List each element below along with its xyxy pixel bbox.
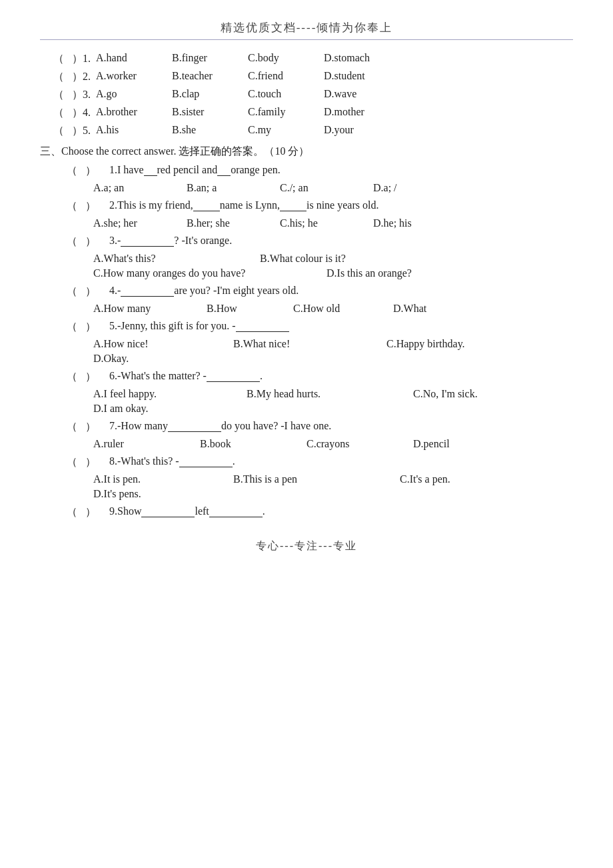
option-d: D.What	[393, 303, 466, 315]
q-options: A.worker B.teacher C.friend D.student	[96, 70, 573, 82]
blank	[168, 421, 221, 432]
paren: （	[67, 235, 85, 249]
footer-text: 专心---专注---专业	[256, 540, 357, 551]
blank	[217, 165, 231, 176]
question-7: （ ） 7.-How manydo you have? -I have one.…	[53, 420, 573, 450]
option-b: B.What colour is it?	[260, 253, 406, 265]
option-d: D.he; his	[373, 217, 446, 229]
option-a: A.How nice!	[93, 338, 213, 350]
q7-options: A.ruler B.book C.crayons D.pencil	[93, 438, 573, 450]
option-c: C.crayons	[306, 438, 393, 450]
opt-row-2: C.How many oranges do you have? D.Is thi…	[93, 267, 573, 279]
q6-row: （ ） 6.-What's the matter? -.	[67, 370, 573, 384]
blank	[121, 286, 174, 297]
paren: （	[67, 285, 85, 299]
option-a: A.his	[96, 124, 169, 136]
q-num: ）5.	[72, 124, 96, 138]
opt-row-1: A.I feel happy. B.My head hurts. C.No, I…	[93, 388, 573, 400]
q-num: ）	[85, 199, 109, 213]
option-b: B.finger	[172, 52, 245, 64]
q-num: ）4.	[72, 106, 96, 120]
opt-row-1: A.What's this? B.What colour is it?	[93, 253, 573, 265]
q-num: ）	[85, 235, 109, 249]
q-text: 8.-What's this? -.	[109, 455, 573, 467]
q-text: 4.-are you? -I'm eight years old.	[109, 285, 573, 297]
list-item: （ ）5. A.his B.she C.my D.your	[53, 124, 573, 138]
q-num: ）	[85, 455, 109, 469]
q4-options: A.How many B.How C.How old D.What	[93, 303, 573, 315]
question-4: （ ） 4.-are you? -I'm eight years old. A.…	[53, 285, 573, 315]
option-b: B.This is a pen	[233, 473, 380, 485]
list-item: （ ）3. A.go B.clap C.touch D.wave	[53, 88, 573, 102]
option-c: C.No, I'm sick.	[413, 388, 486, 400]
option-b: B.her; she	[187, 217, 260, 229]
paren: （	[53, 106, 72, 120]
q4-row: （ ） 4.-are you? -I'm eight years old.	[67, 285, 573, 299]
header-divider	[40, 39, 573, 40]
option-a: A.How many	[93, 303, 187, 315]
q8-options: A.It is pen. B.This is a pen C.It's a pe…	[93, 473, 573, 500]
option-b: B.book	[200, 438, 287, 450]
q-options: A.brother B.sister C.family D.mother	[96, 106, 573, 118]
option-c: C.his; he	[280, 217, 353, 229]
paren: （	[53, 88, 72, 102]
option-c: C./; an	[280, 182, 353, 194]
q-num: ）	[85, 164, 109, 178]
option-d: D.I am okay.	[93, 403, 167, 415]
paren: （	[53, 52, 72, 66]
option-d: D.your	[324, 124, 397, 136]
paren: （	[67, 370, 85, 384]
paren: （	[67, 420, 85, 434]
option-d: D.a; /	[373, 182, 446, 194]
q5-options: A.How nice! B.What nice! C.Happy birthda…	[93, 338, 573, 365]
blank	[193, 201, 220, 211]
q2-row: （ ） 2.This is my friend,name is Lynn,is …	[67, 199, 573, 213]
q-text: 3.-? -It's orange.	[109, 235, 573, 247]
q-num: ）	[85, 285, 109, 299]
option-d: D.Okay.	[93, 353, 167, 365]
option-c: C.Happy birthday.	[386, 338, 465, 350]
option-a: A.a; an	[93, 182, 167, 194]
option-a: A.worker	[96, 70, 169, 82]
paren: （	[67, 455, 85, 469]
list-item: （ ）2. A.worker B.teacher C.friend D.stud…	[53, 70, 573, 84]
question-3: （ ） 3.-? -It's orange. A.What's this? B.…	[53, 235, 573, 279]
opt-row-2: D.I am okay.	[93, 403, 573, 415]
option-a: A.What's this?	[93, 253, 240, 265]
q-num: ）	[85, 505, 109, 519]
option-d: D.student	[324, 70, 397, 82]
question-1: （ ） 1.I havered pencil andorange pen. A.…	[53, 164, 573, 194]
q1-row: （ ） 1.I havered pencil andorange pen.	[67, 164, 573, 178]
question-9: （ ） 9.Showleft.	[53, 505, 573, 519]
blank	[121, 236, 174, 247]
blank	[179, 457, 233, 467]
opt-row-2: D.It's pens.	[93, 488, 573, 500]
q-num: ）1.	[72, 52, 96, 66]
option-a: A.ruler	[93, 438, 180, 450]
option-b: B.How	[207, 303, 273, 315]
option-c: C.How many oranges do you have?	[93, 267, 306, 279]
question-5: （ ） 5.-Jenny, this gift is for you. - A.…	[53, 320, 573, 365]
q-num: ）	[85, 420, 109, 434]
q-text: 1.I havered pencil andorange pen.	[109, 164, 573, 176]
option-d: D.pencil	[413, 438, 486, 450]
question-8: （ ） 8.-What's this? -. A.It is pen. B.Th…	[53, 455, 573, 500]
page-footer: 专心---专注---专业	[40, 539, 573, 553]
opt-row-1: A.How nice! B.What nice! C.Happy birthda…	[93, 338, 573, 350]
opt-row-2: D.Okay.	[93, 353, 573, 365]
blank	[280, 201, 306, 211]
option-a: A.hand	[96, 52, 169, 64]
q-text: 2.This is my friend,name is Lynn,is nine…	[109, 199, 573, 211]
option-c: C.touch	[248, 88, 321, 100]
paren: （	[67, 199, 85, 213]
option-a: A.I feel happy.	[93, 388, 227, 400]
blank	[209, 507, 263, 517]
q3-row: （ ） 3.-? -It's orange.	[67, 235, 573, 249]
blank	[207, 371, 260, 382]
option-b: B.she	[172, 124, 245, 136]
q-num: ）	[85, 370, 109, 384]
page-header: 精选优质文档----倾情为你奉上	[40, 20, 573, 35]
option-c: C.family	[248, 106, 321, 118]
paren: （	[53, 124, 72, 138]
blank	[141, 507, 195, 517]
